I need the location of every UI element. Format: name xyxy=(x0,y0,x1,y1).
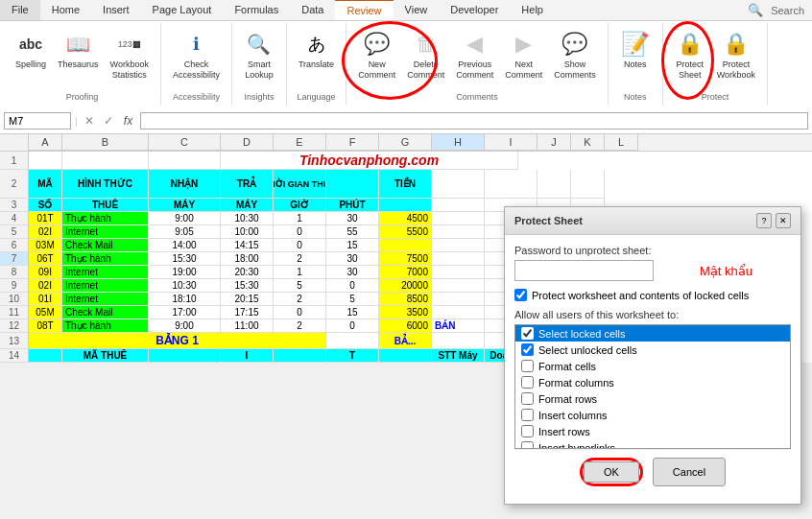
cell-g5[interactable]: 5500 xyxy=(379,225,432,239)
cell-e11[interactable]: 0 xyxy=(274,306,326,319)
cancel-button[interactable]: Cancel xyxy=(653,458,726,486)
cell-c3[interactable]: MÁY xyxy=(149,199,221,212)
password-input[interactable] xyxy=(514,260,654,281)
checkbox-select-locked[interactable] xyxy=(521,327,534,340)
cell-k2[interactable] xyxy=(571,170,605,199)
cell-d14[interactable]: I xyxy=(221,349,274,363)
col-header-h[interactable]: H xyxy=(432,134,485,151)
delete-comment-button[interactable]: 🗑 DeleteComment xyxy=(403,27,448,83)
cell-e5[interactable]: 0 xyxy=(274,225,326,239)
checkbox-format-cells[interactable] xyxy=(521,360,534,372)
list-item-format-columns[interactable]: Format columns xyxy=(515,374,790,390)
cell-g8[interactable]: 7000 xyxy=(379,266,432,279)
cell-a9[interactable]: 02I xyxy=(29,279,62,293)
cell-a13-footer[interactable]: BẢNG 1 xyxy=(29,333,326,349)
col-header-j[interactable]: J xyxy=(537,134,571,151)
cell-g11[interactable]: 3500 xyxy=(379,306,432,319)
cell-a7[interactable]: 06T xyxy=(29,252,62,266)
cell-e14[interactable] xyxy=(274,349,326,363)
cell-h3[interactable] xyxy=(432,199,485,212)
list-item-select-unlocked[interactable]: Select unlocked cells xyxy=(515,342,790,358)
col-header-i[interactable]: I xyxy=(485,134,537,151)
list-item-format-cells[interactable]: Format cells xyxy=(515,358,790,374)
dialog-close-button[interactable]: ✕ xyxy=(776,213,791,228)
list-item-insert-rows[interactable]: Insert rows xyxy=(515,423,790,439)
tab-insert[interactable]: Insert xyxy=(91,0,141,20)
cell-b2[interactable]: HÌNH THỨC xyxy=(62,170,149,199)
tab-file[interactable]: File xyxy=(0,0,40,20)
dialog-help-button[interactable]: ? xyxy=(756,213,772,228)
cell-b10[interactable]: Internet xyxy=(62,293,149,306)
cell-c8[interactable]: 19:00 xyxy=(149,266,221,279)
cell-c9[interactable]: 10:30 xyxy=(149,279,221,293)
check-accessibility-button[interactable]: ℹ CheckAccessibility xyxy=(169,27,224,83)
cell-f3[interactable]: PHÚT xyxy=(326,199,379,212)
cell-a4[interactable]: 01T xyxy=(29,212,62,225)
checkbox-insert-rows[interactable] xyxy=(521,425,534,437)
name-box[interactable] xyxy=(4,112,71,130)
tab-review[interactable]: Review xyxy=(335,0,393,20)
col-header-k[interactable]: K xyxy=(571,134,605,151)
cell-h11[interactable] xyxy=(432,306,485,319)
cell-f8[interactable]: 30 xyxy=(326,266,379,279)
cell-b4[interactable]: Thực hành xyxy=(62,212,149,225)
cell-a1[interactable] xyxy=(29,152,62,170)
col-header-a[interactable]: A xyxy=(29,134,62,151)
cell-g6[interactable] xyxy=(379,239,432,252)
list-item-select-locked[interactable]: Select locked cells xyxy=(515,325,790,342)
cell-j2[interactable] xyxy=(537,170,571,199)
cell-g12[interactable]: 6000 xyxy=(379,319,432,333)
tab-home[interactable]: Home xyxy=(40,0,91,20)
thesaurus-button[interactable]: 📖 Thesaurus xyxy=(54,27,103,72)
checkbox-format-rows[interactable] xyxy=(521,392,534,405)
cell-h10[interactable] xyxy=(432,293,485,306)
cell-c4[interactable]: 9:00 xyxy=(149,212,221,225)
cell-b9[interactable]: Internet xyxy=(62,279,149,293)
cell-d3[interactable]: MÁY xyxy=(221,199,274,212)
cell-g7[interactable]: 7500 xyxy=(379,252,432,266)
cell-f14[interactable]: T xyxy=(326,349,379,363)
cell-b8[interactable]: Internet xyxy=(62,266,149,279)
cell-e3[interactable]: GIỜ xyxy=(274,199,326,212)
col-header-d[interactable]: D xyxy=(221,134,274,151)
cell-g13[interactable]: BẢ... xyxy=(379,333,432,349)
workbook-stats-button[interactable]: 123 ▦ WorkbookStatistics xyxy=(107,27,153,83)
cell-i2[interactable] xyxy=(485,170,537,199)
list-item-insert-hyperlinks[interactable]: Insert hyperlinks xyxy=(515,439,790,449)
tab-formulas[interactable]: Formulas xyxy=(223,0,290,20)
new-comment-button[interactable]: 💬 NewComment xyxy=(354,27,399,83)
cell-h4[interactable] xyxy=(432,212,485,225)
spelling-button[interactable]: abc Spelling xyxy=(12,27,50,72)
cell-e10[interactable]: 2 xyxy=(274,293,326,306)
cell-c1[interactable] xyxy=(149,152,221,170)
cell-a11[interactable]: 05M xyxy=(29,306,62,319)
cell-c5[interactable]: 9:05 xyxy=(149,225,221,239)
cell-h2[interactable] xyxy=(432,170,485,199)
cell-e9[interactable]: 5 xyxy=(274,279,326,293)
list-item-format-rows[interactable]: Format rows xyxy=(515,390,790,407)
protect-worksheet-checkbox[interactable] xyxy=(514,289,527,301)
cell-b1-watermark[interactable] xyxy=(62,152,149,170)
col-header-l[interactable]: L xyxy=(605,134,638,151)
col-header-c[interactable]: C xyxy=(149,134,221,151)
cell-f2[interactable] xyxy=(326,170,379,199)
cell-h6[interactable] xyxy=(432,239,485,252)
cell-b6[interactable]: Check Mail xyxy=(62,239,149,252)
cell-b7[interactable]: Thực hành xyxy=(62,252,149,266)
translate-button[interactable]: あ Translate xyxy=(295,27,338,72)
smart-lookup-button[interactable]: 🔍 SmartLookup xyxy=(240,27,278,83)
cell-c6[interactable]: 14:00 xyxy=(149,239,221,252)
cell-a6[interactable]: 03M xyxy=(29,239,62,252)
cell-h12[interactable]: BẢN xyxy=(432,319,485,333)
cell-e12[interactable]: 2 xyxy=(274,319,326,333)
cell-c12[interactable]: 9:00 xyxy=(149,319,221,333)
cell-a12[interactable]: 08T xyxy=(29,319,62,333)
notes-button[interactable]: 📝 Notes xyxy=(616,27,655,72)
cell-d4[interactable]: 10:30 xyxy=(221,212,274,225)
list-item-insert-columns[interactable]: Insert columns xyxy=(515,407,790,423)
ok-button[interactable]: OK xyxy=(584,461,639,483)
cell-d10[interactable]: 20:15 xyxy=(221,293,274,306)
cell-h8[interactable] xyxy=(432,266,485,279)
tab-view[interactable]: View xyxy=(394,0,440,20)
cell-c2[interactable]: NHẬN xyxy=(149,170,221,199)
